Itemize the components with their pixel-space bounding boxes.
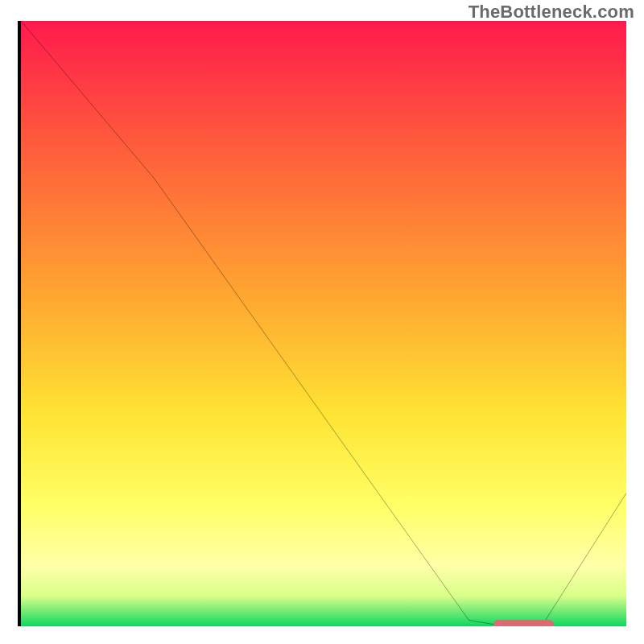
bottleneck-curve [21, 21, 626, 626]
optimal-range-marker [493, 620, 554, 626]
chart-container: TheBottleneck.com [0, 0, 644, 644]
plot-area [21, 21, 626, 626]
attribution-label: TheBottleneck.com [469, 2, 634, 23]
